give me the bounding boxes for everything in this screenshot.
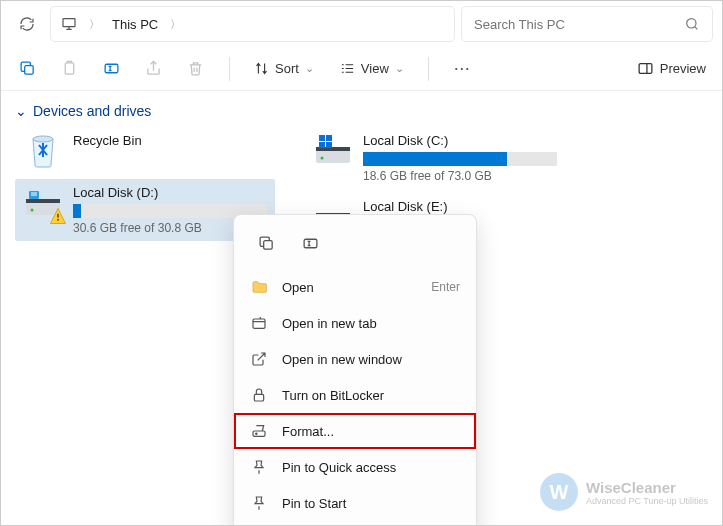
- item-recycle-bin[interactable]: Recycle Bin: [15, 127, 275, 175]
- separator: [428, 57, 429, 81]
- svg-rect-25: [254, 394, 263, 401]
- delete-button[interactable]: [179, 53, 211, 85]
- view-button[interactable]: View ⌄: [334, 57, 410, 80]
- breadcrumb[interactable]: 〉 This PC 〉: [51, 7, 454, 41]
- format-icon: [250, 422, 268, 440]
- usage-bar: [363, 152, 557, 166]
- svg-rect-24: [253, 319, 265, 328]
- external-icon: [250, 350, 268, 368]
- ctx-format[interactable]: Format...: [234, 413, 476, 449]
- svg-rect-8: [26, 199, 60, 203]
- svg-point-14: [321, 157, 324, 160]
- svg-rect-4: [105, 64, 118, 73]
- svg-point-11: [57, 219, 59, 221]
- tab-icon: [250, 314, 268, 332]
- more-button[interactable]: ···: [447, 53, 479, 85]
- chevron-icon: 〉: [89, 17, 100, 32]
- svg-rect-15: [319, 135, 325, 141]
- svg-point-1: [687, 19, 696, 28]
- svg-point-27: [256, 433, 257, 434]
- section-devices[interactable]: ⌄ Devices and drives: [15, 97, 708, 127]
- sort-button[interactable]: Sort ⌄: [248, 57, 320, 80]
- chevron-icon: 〉: [170, 17, 181, 32]
- free-space: 18.6 GB free of 73.0 GB: [363, 169, 557, 183]
- svg-rect-0: [63, 19, 75, 27]
- ctx-bitlocker[interactable]: Turn on BitLocker: [234, 377, 476, 413]
- ctx-pin-start[interactable]: Pin to Start: [234, 485, 476, 521]
- separator: [229, 57, 230, 81]
- folder-icon: [250, 278, 268, 296]
- item-label: Recycle Bin: [73, 133, 267, 148]
- drive-icon: [23, 185, 63, 221]
- item-label: Local Disk (E:): [363, 199, 557, 214]
- search-icon: [684, 16, 700, 32]
- svg-rect-16: [326, 135, 332, 141]
- svg-rect-3: [65, 63, 74, 74]
- item-label: Local Disk (D:): [73, 185, 267, 200]
- item-local-disk-c[interactable]: Local Disk (C:) 18.6 GB free of 73.0 GB: [305, 127, 565, 189]
- svg-point-6: [33, 136, 53, 142]
- svg-rect-5: [639, 64, 652, 74]
- chevron-down-icon: ⌄: [15, 103, 27, 119]
- ctx-open-window[interactable]: Open in new window: [234, 341, 476, 377]
- chevron-down-icon: ⌄: [395, 62, 404, 75]
- recycle-bin-icon: [23, 133, 63, 169]
- logo-icon: W: [540, 473, 578, 511]
- context-menu: Open Enter Open in new tab Open in new w…: [233, 214, 477, 526]
- preview-button[interactable]: Preview: [631, 56, 712, 81]
- svg-rect-17: [319, 142, 325, 148]
- breadcrumb-location[interactable]: This PC: [112, 17, 158, 32]
- ctx-open-tab[interactable]: Open in new tab: [234, 305, 476, 341]
- svg-point-9: [31, 209, 34, 212]
- svg-rect-23: [304, 239, 317, 248]
- svg-rect-18: [326, 142, 332, 148]
- ctx-properties[interactable]: Properties Alt+Enter: [234, 521, 476, 526]
- share-button[interactable]: [137, 53, 169, 85]
- ctx-copy-button[interactable]: [250, 227, 282, 259]
- svg-rect-2: [24, 66, 33, 75]
- rename-button[interactable]: [95, 53, 127, 85]
- pin-icon: [250, 494, 268, 512]
- item-label: Local Disk (C:): [363, 133, 557, 148]
- copy-button[interactable]: [11, 53, 43, 85]
- ctx-open[interactable]: Open Enter: [234, 269, 476, 305]
- svg-rect-22: [263, 240, 272, 249]
- paste-button[interactable]: [53, 53, 85, 85]
- pin-icon: [250, 458, 268, 476]
- chevron-down-icon: ⌄: [305, 62, 314, 75]
- svg-rect-26: [253, 431, 265, 436]
- ctx-rename-button[interactable]: [294, 227, 326, 259]
- pc-icon: [61, 16, 77, 32]
- watermark: W WiseCleaner Advanced PC Tune-up Utilit…: [540, 473, 708, 511]
- ctx-pin-quick[interactable]: Pin to Quick access: [234, 449, 476, 485]
- search-input[interactable]: [462, 7, 712, 41]
- refresh-button[interactable]: [11, 8, 43, 40]
- lock-icon: [250, 386, 268, 404]
- drive-icon: [313, 133, 353, 169]
